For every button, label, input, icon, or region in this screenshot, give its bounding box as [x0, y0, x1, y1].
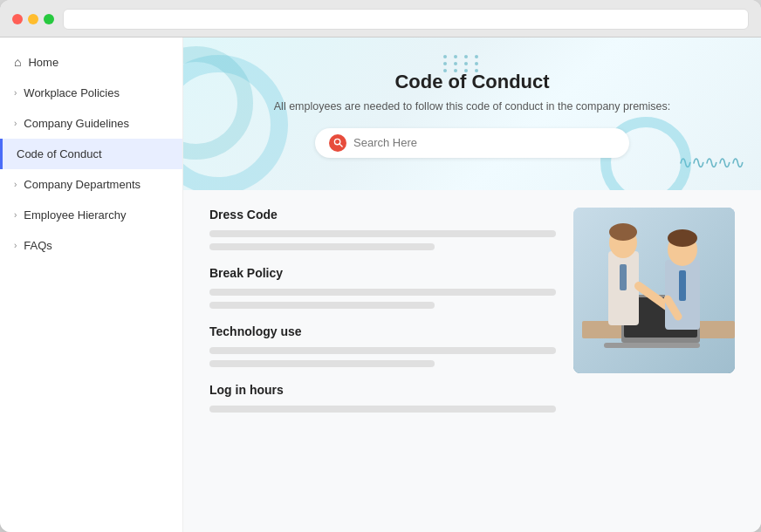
- sidebar-item-company-departments[interactable]: › Company Departments: [0, 169, 182, 200]
- sidebar-item-workplace-policies[interactable]: › Workplace Policies: [0, 78, 182, 108]
- sidebar-item-label: FAQs: [24, 239, 52, 252]
- sidebar-item-label: Workplace Policies: [24, 86, 120, 99]
- text-line: [209, 360, 435, 367]
- zigzag-decoration: ∿∿∿∿∿: [678, 152, 744, 173]
- home-icon: ⌂: [14, 55, 21, 69]
- sidebar-item-label: Company Guidelines: [24, 117, 129, 130]
- section-log-in-hours: Log in hours: [209, 383, 556, 413]
- content-area: Dress Code Break Policy Technology use: [183, 190, 761, 446]
- text-line: [209, 230, 556, 237]
- address-bar[interactable]: [63, 9, 749, 30]
- search-bar[interactable]: [315, 128, 629, 158]
- sidebar-item-label: Company Departments: [24, 178, 141, 191]
- chevron-right-icon: ›: [14, 241, 17, 250]
- svg-point-9: [609, 223, 637, 241]
- hero-subtitle: All employees are needed to follow this …: [274, 100, 670, 113]
- sidebar-item-label: Code of Conduct: [17, 147, 102, 160]
- sections-list: Dress Code Break Policy Technology use: [209, 208, 556, 428]
- decorative-circle-left: [183, 46, 253, 160]
- section-title: Break Policy: [209, 266, 556, 280]
- section-title: Log in hours: [209, 383, 556, 397]
- sidebar-item-home[interactable]: ⌂ Home: [0, 46, 182, 78]
- chevron-right-icon: ›: [14, 88, 17, 98]
- svg-point-14: [668, 229, 697, 247]
- text-line: [209, 347, 556, 354]
- text-line: [209, 289, 556, 296]
- chevron-right-icon: ›: [14, 180, 17, 189]
- browser-chrome: [0, 0, 761, 38]
- traffic-light-yellow[interactable]: [28, 14, 38, 24]
- section-technology-use: Technology use: [209, 324, 556, 367]
- search-icon: [329, 134, 346, 152]
- browser-window: ⌂ Home › Workplace Policies › Company Gu…: [0, 0, 761, 532]
- svg-rect-2: [573, 208, 735, 373]
- main-content: Code of Conduct All employees are needed…: [183, 38, 761, 532]
- section-title: Technology use: [209, 324, 556, 338]
- text-line: [209, 243, 435, 250]
- sidebar-item-label: Home: [28, 56, 58, 69]
- traffic-light-green[interactable]: [44, 14, 54, 24]
- text-line: [209, 406, 556, 413]
- photo-business: [573, 208, 735, 373]
- page-title: Code of Conduct: [394, 71, 549, 93]
- svg-rect-15: [679, 270, 686, 301]
- section-break-policy: Break Policy: [209, 266, 556, 309]
- svg-rect-6: [604, 343, 700, 348]
- sidebar: ⌂ Home › Workplace Policies › Company Gu…: [0, 38, 183, 532]
- svg-rect-10: [620, 264, 627, 290]
- traffic-lights: [12, 14, 54, 24]
- section-dress-code: Dress Code: [209, 208, 556, 250]
- sidebar-item-label: Employee Hierarchy: [24, 208, 126, 222]
- chevron-right-icon: ›: [14, 119, 17, 128]
- sidebar-item-company-guidelines[interactable]: › Company Guidelines: [0, 108, 182, 139]
- traffic-light-red[interactable]: [12, 14, 23, 24]
- sidebar-item-employee-hierarchy[interactable]: › Employee Hierarchy: [0, 200, 182, 230]
- chevron-right-icon: ›: [14, 210, 17, 220]
- hero-banner: Code of Conduct All employees are needed…: [183, 38, 761, 190]
- browser-content: ⌂ Home › Workplace Policies › Company Gu…: [0, 38, 761, 532]
- search-input[interactable]: [353, 136, 615, 149]
- section-title: Dress Code: [209, 208, 556, 222]
- side-image: [573, 208, 735, 373]
- text-line: [209, 302, 435, 309]
- sidebar-item-faqs[interactable]: › FAQs: [0, 230, 182, 261]
- svg-line-1: [339, 144, 341, 147]
- sidebar-item-code-of-conduct[interactable]: Code of Conduct: [0, 139, 182, 169]
